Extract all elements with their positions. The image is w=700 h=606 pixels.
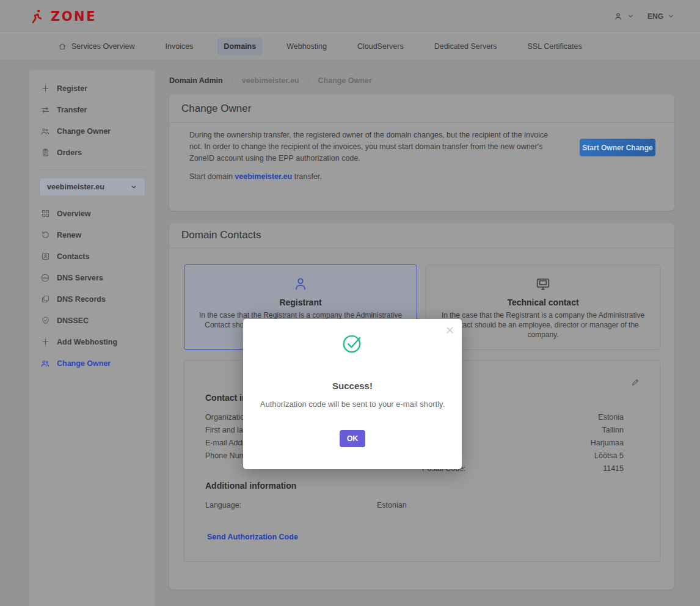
shield-check-icon xyxy=(40,316,50,325)
header-controls: ENG xyxy=(613,0,674,32)
technical-contact-card-title: Technical contact xyxy=(437,298,649,307)
chevron-right-icon xyxy=(229,78,236,84)
technical-contact-card-description: In the case that the Registrant is a com… xyxy=(437,310,649,340)
sidebar-item-transfer[interactable]: Transfer xyxy=(29,99,155,120)
send-authorization-code-link[interactable]: Send Authorization Code xyxy=(207,533,298,541)
main-nav: Services Overview Invoices Domains Webho… xyxy=(0,32,700,60)
sidebar-divider xyxy=(39,170,145,170)
row-value: 11415 xyxy=(603,464,624,473)
nav-item-domains[interactable]: Domains xyxy=(217,38,262,55)
sidebar-item-label: Transfer xyxy=(57,106,87,114)
clipboard-icon xyxy=(40,148,50,157)
sidebar-item-label: Change Owner xyxy=(57,127,111,136)
nav-item-invoices[interactable]: Invoices xyxy=(159,38,200,55)
sidebar-item-label: Orders xyxy=(57,148,82,157)
sidebar-item-change-owner-active[interactable]: Change Owner xyxy=(29,352,155,374)
sidebar-item-label: Add Webhosting xyxy=(57,338,117,346)
row-value: Tallinn xyxy=(602,426,624,434)
start-domain-sentence: Start domain veebimeister.eu transfer. xyxy=(189,172,322,181)
pencil-icon[interactable] xyxy=(631,378,640,387)
app-header: ZONE ENG xyxy=(0,0,700,32)
success-modal: Success! Authorization code will be sent… xyxy=(243,319,462,469)
modal-message: Authorization code will be sent to your … xyxy=(243,400,462,409)
page: ZONE ENG xyxy=(0,0,700,606)
modal-title: Success! xyxy=(243,381,462,391)
nav-item-label: CloudServers xyxy=(357,42,404,51)
sidebar-item-change-owner[interactable]: Change Owner xyxy=(29,120,155,142)
domain-select[interactable]: veebimeister.eu xyxy=(39,178,145,196)
breadcrumb-domain[interactable]: veebimeister.eu xyxy=(242,76,299,85)
check-circle-icon xyxy=(243,332,462,355)
plus-icon xyxy=(40,84,50,93)
sidebar-item-orders[interactable]: Orders xyxy=(29,142,155,163)
nav-item-label: Services Overview xyxy=(71,42,135,51)
sidebar-item-dns-records[interactable]: DNS Records xyxy=(29,288,155,310)
nav-item-label: Webhosting xyxy=(286,42,327,51)
sidebar-item-overview[interactable]: Overview xyxy=(29,203,155,224)
nav-item-ssl-certificates[interactable]: SSL Certificates xyxy=(522,38,588,55)
nav-item-label: Invoices xyxy=(166,42,194,51)
chevron-down-icon xyxy=(627,13,634,20)
start-owner-change-button[interactable]: Start Owner Change xyxy=(580,139,655,156)
sidebar-item-register[interactable]: Register xyxy=(29,78,155,99)
dns-globe-icon: DNS xyxy=(40,273,50,283)
sidebar-item-label: Contacts xyxy=(57,252,89,261)
nav-item-services-overview[interactable]: Services Overview xyxy=(52,38,141,55)
monitor-icon xyxy=(535,276,551,292)
sidebar-item-contacts[interactable]: Contacts xyxy=(29,246,155,267)
zone-runner-icon xyxy=(29,9,45,24)
sidebar-item-dnssec[interactable]: DNSSEC xyxy=(29,310,155,331)
domain-select-value: veebimeister.eu xyxy=(47,183,104,191)
sidebar-item-label: Renew xyxy=(57,231,81,239)
user-icon xyxy=(613,12,623,21)
change-owner-panel: Change Owner During the ownership transf… xyxy=(169,95,674,211)
sidebar-item-dns-servers[interactable]: DNS DNS Servers xyxy=(29,267,155,288)
breadcrumb: Domain Admin veebimeister.eu Change Owne… xyxy=(169,76,372,86)
nav-item-label: Dedicated Servers xyxy=(434,42,497,51)
chevron-right-icon xyxy=(305,78,312,84)
row-value: Harjumaa xyxy=(591,439,624,447)
users-icon xyxy=(40,359,50,368)
domain-link[interactable]: veebimeister.eu xyxy=(235,172,292,181)
additional-information-heading: Additional information xyxy=(205,481,296,491)
chevron-down-icon xyxy=(130,183,137,191)
sidebar-item-add-webhosting[interactable]: Add Webhosting xyxy=(29,331,155,352)
breadcrumb-domain-admin[interactable]: Domain Admin xyxy=(169,76,223,85)
zone-wordmark: ZONE xyxy=(51,9,97,24)
language-label: ENG xyxy=(647,12,663,21)
sidebar-item-label: DNS Servers xyxy=(57,274,103,282)
breadcrumb-current: Change Owner xyxy=(318,76,372,85)
sidebar-actions: Register Transfer Change Owner xyxy=(29,78,155,163)
sidebar-domain-menu: Overview Renew Contacts xyxy=(29,203,155,374)
nav-item-webhosting[interactable]: Webhosting xyxy=(280,38,333,55)
language-selector[interactable]: ENG xyxy=(647,12,674,21)
change-owner-panel-title: Change Owner xyxy=(169,95,674,123)
zone-logo[interactable]: ZONE xyxy=(29,0,97,32)
copy-icon xyxy=(40,294,50,304)
nav-item-label: SSL Certificates xyxy=(528,42,582,51)
start-domain-prefix: Start domain xyxy=(189,172,233,181)
plus-icon xyxy=(40,337,50,346)
chevron-down-icon xyxy=(668,13,674,20)
contact-card-icon xyxy=(40,252,50,261)
svg-text:DNS: DNS xyxy=(42,276,48,279)
start-domain-suffix: transfer. xyxy=(294,172,322,181)
sidebar-item-label: DNSSEC xyxy=(57,316,89,325)
account-menu[interactable] xyxy=(613,12,634,21)
transfer-arrows-icon xyxy=(40,105,50,115)
users-icon xyxy=(40,126,50,136)
ok-button[interactable]: OK xyxy=(340,430,365,447)
grid-icon xyxy=(40,209,50,218)
registrant-card-title: Registrant xyxy=(195,298,406,307)
sidebar-item-renew[interactable]: Renew xyxy=(29,224,155,246)
person-icon xyxy=(293,276,308,292)
row-label: Language: xyxy=(205,501,241,509)
nav-item-dedicated-servers[interactable]: Dedicated Servers xyxy=(428,38,503,55)
renew-icon xyxy=(40,230,50,239)
sidebar-item-label: Register xyxy=(57,84,87,93)
change-owner-description: During the ownership transfer, the regis… xyxy=(189,130,551,164)
nav-item-cloudservers[interactable]: CloudServers xyxy=(351,38,410,55)
domain-contacts-panel-title: Domain Contacts xyxy=(169,223,674,248)
row-value: Lõõtsa 5 xyxy=(594,451,624,460)
sidebar: Register Transfer Change Owner xyxy=(29,70,155,606)
